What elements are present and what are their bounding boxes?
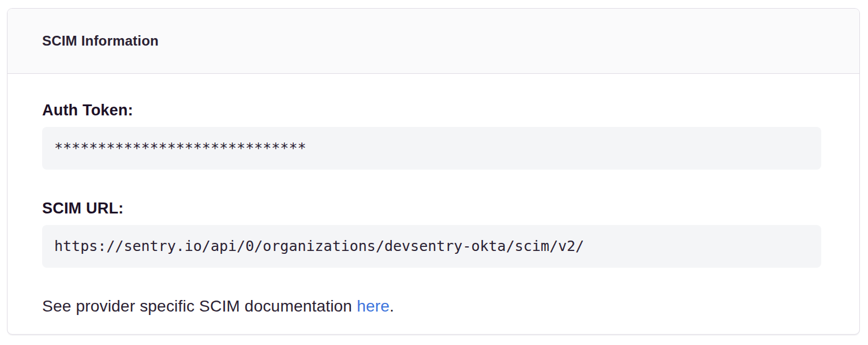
- scim-url-label: SCIM URL:: [42, 199, 821, 217]
- auth-token-field: Auth Token: ****************************…: [42, 101, 821, 170]
- scim-url-field: SCIM URL: https://sentry.io/api/0/organi…: [42, 199, 821, 268]
- panel-body: Auth Token: ****************************…: [8, 74, 859, 342]
- panel-header: SCIM Information: [8, 9, 859, 74]
- auth-token-value: *****************************: [42, 127, 821, 170]
- documentation-here-link[interactable]: here: [357, 297, 390, 315]
- auth-token-label: Auth Token:: [42, 101, 821, 119]
- scim-url-value: https://sentry.io/api/0/organizations/de…: [42, 225, 821, 268]
- documentation-note-text: See provider specific SCIM documentation: [42, 297, 357, 315]
- documentation-note: See provider specific SCIM documentation…: [42, 297, 821, 316]
- scim-information-panel: SCIM Information Auth Token: ***********…: [7, 8, 860, 335]
- panel-title: SCIM Information: [42, 32, 825, 50]
- documentation-note-period: .: [390, 297, 394, 315]
- page: SCIM Information Auth Token: ***********…: [0, 0, 868, 345]
